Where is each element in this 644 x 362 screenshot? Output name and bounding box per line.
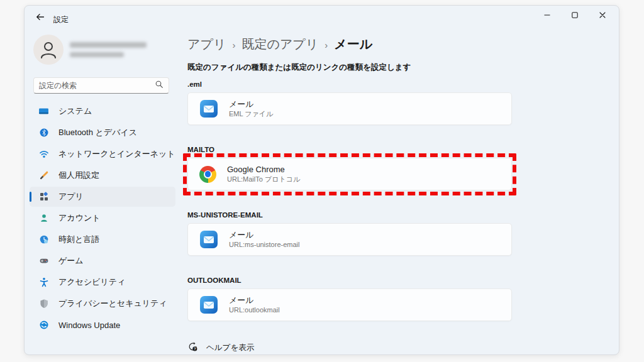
google-chrome-icon [199,166,216,183]
sidebar-item-label: Bluetooth とデバイス [58,127,137,138]
selected-accent-bar [30,192,31,202]
sidebar-item-time-language[interactable]: 時刻と言語 [30,229,175,250]
settings-search-box[interactable] [33,77,169,94]
back-button[interactable] [31,10,50,26]
breadcrumb-apps[interactable]: アプリ [187,36,226,53]
search-icon [155,80,164,91]
minimize-icon [543,10,551,21]
clock-icon [38,234,49,245]
bluetooth-icon [38,128,49,138]
default-app-card-ms-unistore[interactable]: メール URL:ms-unistore-email [187,223,512,256]
sidebar-item-system[interactable]: システム [30,101,175,121]
shield-icon [38,299,49,309]
card-app-name: メール [229,99,273,109]
system-icon [38,106,49,117]
search-input[interactable] [39,81,155,90]
sidebar-item-personalization[interactable]: 個人用設定 [30,165,175,185]
section-heading: OUTLOOKMAIL [187,277,512,284]
window-controls [533,6,616,26]
breadcrumb-separator: › [232,38,235,50]
breadcrumb: アプリ › 既定のアプリ › メール [187,36,512,53]
accessibility-person-icon [38,277,49,288]
card-app-name: メール [229,295,280,305]
back-arrow-icon [35,12,45,25]
section-ms-unistore-email: MS-UNISTORE-EMAIL メール URL:ms-unistore-em… [187,211,512,256]
section-heading: MS-UNISTORE-EMAIL [187,211,512,219]
sidebar-item-label: アカウント [58,212,101,224]
sidebar-item-label: プライバシーとセキュリティ [58,298,167,309]
close-icon [599,10,606,21]
card-detail: URL:outlookmail [229,306,280,314]
card-detail: URL:MailTo プロトコル [227,175,300,184]
sidebar-item-privacy[interactable]: プライバシーとセキュリティ [30,293,175,314]
breadcrumb-separator: › [325,38,328,50]
sidebar-item-label: 個人用設定 [58,170,99,181]
sidebar-item-gaming[interactable]: ゲーム [30,251,175,271]
default-app-card-outlookmail[interactable]: メール URL:outlookmail [187,288,512,321]
wifi-icon [38,149,49,160]
paintbrush-icon [38,170,49,181]
card-app-name: Google Chrome [227,165,300,174]
breadcrumb-default-apps[interactable]: 既定のアプリ [242,36,318,53]
windows-update-icon [38,320,49,331]
person-icon [33,35,64,65]
show-help-link[interactable]: ? ヘルプを表示 [187,341,254,354]
sidebar-item-label: ネットワークとインターネット [58,148,175,160]
window-title: 設定 [53,14,69,25]
sidebar-item-label: アプリ [58,191,84,202]
apps-icon [38,192,49,202]
sidebar-item-windows-update[interactable]: Windows Update [30,315,175,335]
maximize-icon [571,10,579,21]
section-outlookmail: OUTLOOKMAIL メール URL:outlookmail [187,277,512,321]
section-heading: MAILTO [187,146,512,153]
breadcrumb-mail-current: メール [334,36,372,53]
card-app-name: メール [229,230,299,239]
sidebar-item-label: Windows Update [58,321,120,330]
mail-app-icon [199,295,218,314]
accounts-icon [38,213,49,224]
default-app-card-eml[interactable]: メール EML ファイル [187,92,512,125]
settings-window: 設定 [24,5,619,355]
maximize-button[interactable] [561,6,589,26]
minimize-button[interactable] [533,6,561,26]
user-name-blurred [70,42,147,57]
sidebar-item-label: システム [58,106,92,117]
mail-app-icon [199,230,218,249]
sidebar-item-accounts[interactable]: アカウント [30,208,175,228]
get-help-icon: ? [187,341,198,354]
user-account-block[interactable] [33,34,178,65]
section-eml: .eml メール EML ファイル [187,80,512,125]
mail-app-icon [199,99,218,118]
avatar [33,35,64,65]
sidebar-item-network[interactable]: ネットワークとインターネット [30,144,175,164]
sidebar-item-apps[interactable]: アプリ [30,187,175,207]
game-controller-icon [38,256,49,266]
sidebar-item-label: ゲーム [58,255,84,266]
sidebar-item-label: アクセシビリティ [58,277,125,288]
sidebar-item-label: 時刻と言語 [58,234,99,245]
page-subtitle: 既定のファイルの種類または既定のリンクの種類を設定します [187,62,512,73]
default-app-card-mailto[interactable]: Google Chrome URL:MailTo プロトコル [187,158,512,190]
sidebar-nav: システム Bluetooth とデバイス ネットワークとインターネット 個人用設… [30,101,175,336]
sidebar-item-bluetooth[interactable]: Bluetooth とデバイス [30,123,175,143]
card-detail: URL:ms-unistore-email [229,241,299,249]
sidebar-item-accessibility[interactable]: アクセシビリティ [30,272,175,292]
card-detail: EML ファイル [229,110,273,118]
show-help-label: ヘルプを表示 [206,343,254,353]
main-content: アプリ › 既定のアプリ › メール 既定のファイルの種類または既定のリンクの種… [187,6,512,354]
svg-text:?: ? [194,347,196,351]
close-button[interactable] [589,6,616,26]
section-heading: .eml [187,80,512,88]
section-mailto: MAILTO Google Chrome URL:MailTo プロトコル [187,146,512,190]
